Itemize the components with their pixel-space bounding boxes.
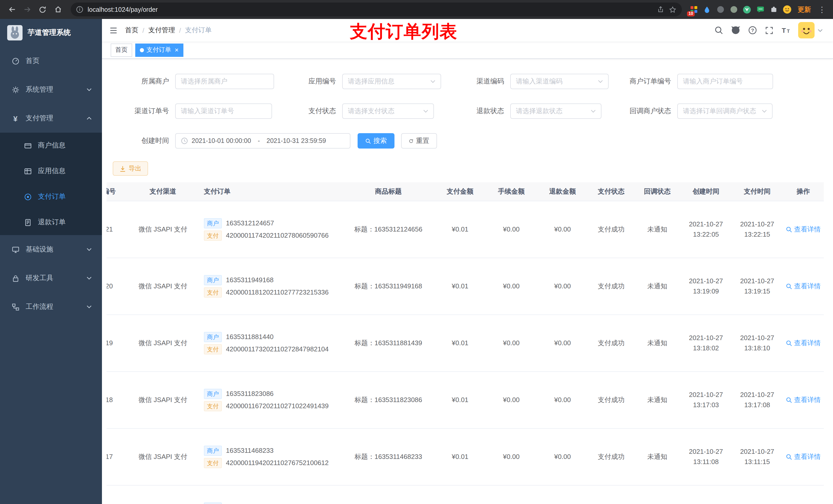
browser-reload-icon[interactable]	[36, 3, 49, 16]
extension-chat-icon[interactable]	[755, 4, 766, 15]
date-range-separator: -	[255, 137, 263, 144]
browser-update-button[interactable]: 更新	[794, 5, 814, 14]
channel-transaction-no: 4200001181202110277723215336	[226, 288, 329, 296]
sidebar-item-app-info[interactable]: 应用信息	[0, 158, 102, 184]
extension-drop-icon[interactable]	[701, 4, 713, 15]
vue-devtools-icon[interactable]	[741, 4, 753, 15]
placeholder-text: 请选择退款状态	[516, 106, 588, 116]
profile-avatar-icon[interactable]	[781, 4, 792, 15]
cell-id: 19	[106, 314, 127, 371]
tab-home[interactable]: 首页	[111, 43, 132, 56]
col-actions: 操作	[783, 182, 824, 201]
cell-create-time: 2021-10-27 13:19:09	[680, 258, 732, 314]
sidebar-item-label: 应用信息	[38, 166, 66, 176]
channel-code-select[interactable]: 请输入渠道编码	[510, 74, 609, 89]
placeholder-text: 请输入渠道订单号	[181, 106, 266, 116]
export-button-label: 导出	[128, 164, 141, 173]
sidebar-item-devtools[interactable]: 研发工具	[0, 264, 102, 292]
cell-pay-order: 商户 1635311468233 支付 42000011942021102767…	[199, 428, 342, 485]
sidebar-item-refund-order[interactable]: 退款订单	[0, 210, 102, 235]
channel-order-no-input[interactable]: 请输入渠道订单号	[175, 103, 272, 119]
sidebar-item-pay-order[interactable]: 支付订单	[0, 184, 102, 210]
cell-pay-status: 支付成功	[588, 371, 634, 428]
export-button[interactable]: 导出	[113, 161, 148, 176]
cell-create-time	[680, 485, 732, 504]
cell-refund-amount: ¥0.00	[537, 428, 588, 485]
cell-pay-amount	[434, 485, 486, 504]
sidebar-item-system[interactable]: 系统管理	[0, 75, 102, 104]
cell-channel: 微信 JSAPI 支付	[127, 371, 199, 428]
share-icon[interactable]	[657, 6, 664, 13]
cell-pay-time: 2021-10-27 13:22:15	[732, 201, 783, 258]
site-info-icon[interactable]	[76, 6, 84, 13]
breadcrumb-pay-mgmt[interactable]: 支付管理	[148, 26, 175, 35]
order-row: 17 微信 JSAPI 支付 商户 1635311468233 支付 42000…	[106, 428, 824, 485]
font-size-icon[interactable]: TT	[781, 26, 790, 34]
monitor-icon	[11, 246, 20, 253]
browser-back-icon[interactable]	[5, 3, 19, 16]
view-detail-button[interactable]: 查看详情	[786, 282, 821, 291]
date-range-start: 2021-10-01 00:00:00	[192, 137, 251, 144]
app-title: 芋道管理系统	[28, 28, 71, 38]
view-detail-button[interactable]: 查看详情	[786, 395, 821, 404]
merchant-tag: 商户	[204, 502, 222, 504]
cell-channel	[127, 485, 199, 504]
cell-product-title	[342, 485, 434, 504]
cell-product-title: 标题：1635311881439	[342, 314, 434, 371]
callback-status-select[interactable]: 请选择订单回调商户状态	[677, 103, 772, 119]
extension-sage-icon[interactable]	[728, 4, 739, 15]
sidebar-item-label: 系统管理	[26, 85, 53, 94]
sidebar-item-infrastructure[interactable]: 基础设施	[0, 235, 102, 264]
orders-table-wrap: 编号 支付渠道 支付订单 商品标题 支付金额 手续金额 退款金额 支付状态 回调…	[106, 182, 833, 504]
workflow-icon	[11, 303, 20, 311]
breadcrumb-separator: /	[142, 26, 144, 34]
filter-pay-status-label: 支付状态	[277, 106, 342, 116]
help-icon[interactable]: ?	[748, 26, 757, 35]
search-icon[interactable]	[714, 26, 723, 35]
refund-status-select[interactable]: 请选择退款状态	[510, 103, 601, 119]
merchant-order-no-input[interactable]: 请输入商户订单编号	[677, 74, 773, 89]
merchant-filter-input[interactable]: 请选择所属商户	[175, 74, 274, 89]
extensions-puzzle-icon[interactable]	[768, 4, 779, 15]
browser-forward-icon[interactable]	[21, 3, 34, 16]
close-tab-icon[interactable]: ×	[175, 47, 178, 53]
merchant-tag: 商户	[204, 446, 222, 456]
merchant-order-no: 1635311823086	[226, 390, 273, 398]
cell-id: 17	[106, 428, 127, 485]
filter-channel-order-label: 渠道订单号	[110, 106, 175, 116]
view-detail-button[interactable]: 查看详情	[786, 224, 821, 234]
user-menu[interactable]	[798, 22, 823, 39]
cell-pay-amount: ¥0.01	[434, 371, 486, 428]
tab-pay-order[interactable]: 支付订单 ×	[135, 43, 183, 56]
reset-button[interactable]: 重置	[401, 133, 437, 148]
bookmark-star-icon[interactable]	[669, 5, 677, 14]
app-logo-row[interactable]: 芋道管理系统	[0, 19, 102, 47]
cell-pay-order: 商户 1635311108233 支付	[199, 485, 342, 504]
cell-pay-status: 支付成功	[588, 428, 634, 485]
hamburger-icon[interactable]	[109, 26, 118, 34]
app-filter-select[interactable]: 请选择应用信息	[342, 74, 441, 89]
pay-status-select[interactable]: 请选择支付状态	[342, 103, 434, 119]
browser-menu-icon[interactable]: ⋮	[816, 5, 828, 14]
cell-id: 18	[106, 371, 127, 428]
search-button[interactable]: 搜索	[358, 133, 395, 148]
extension-gray-icon[interactable]	[715, 4, 726, 15]
main-panel: 首页 / 支付管理 / 支付订单 支付订单列表 ?	[102, 19, 833, 504]
view-detail-button[interactable]: 查看详情	[786, 338, 821, 347]
browser-home-icon[interactable]	[51, 3, 65, 16]
sidebar-item-workflow[interactable]: 工作流程	[0, 292, 102, 321]
breadcrumb: 首页 / 支付管理 / 支付订单	[125, 26, 212, 35]
view-detail-button[interactable]: 查看详情	[786, 452, 821, 461]
sidebar-item-merchant-info[interactable]: 商户信息	[0, 133, 102, 158]
breadcrumb-home[interactable]: 首页	[125, 26, 138, 35]
fullscreen-icon[interactable]	[765, 26, 774, 34]
cell-actions: 查看详情	[783, 485, 824, 504]
view-detail-label: 查看详情	[794, 395, 821, 404]
github-icon[interactable]	[731, 26, 740, 35]
sidebar-item-payment[interactable]: ¥ 支付管理	[0, 104, 102, 133]
extension-grid-icon[interactable]: 10	[688, 4, 699, 15]
url-bar[interactable]: localhost:1024/pay/order	[71, 3, 682, 16]
create-time-range-input[interactable]: 2021-10-01 00:00:00 - 2021-10-31 23:59:5…	[175, 133, 351, 148]
sidebar-item-home[interactable]: 首页	[0, 47, 102, 75]
merchant-tag: 商户	[204, 332, 222, 342]
